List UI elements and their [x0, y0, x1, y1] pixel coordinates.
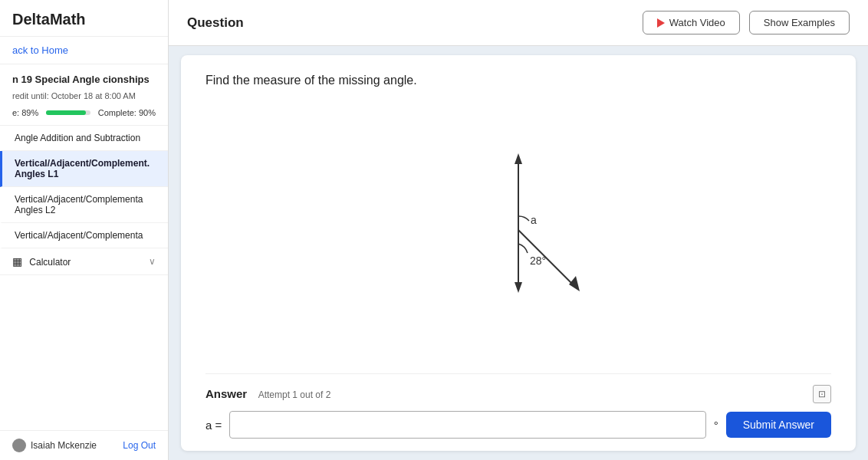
play-icon — [657, 18, 665, 28]
svg-marker-3 — [569, 276, 580, 291]
user-info: Isaiah Mckenzie — [12, 439, 97, 452]
attempt-label: Attempt 1 out of 2 — [258, 389, 331, 400]
app-logo: DeltaMath — [0, 0, 168, 37]
sidebar-item-vertical-l2[interactable]: Vertical/Adjacent/Complementa Angles L2 — [0, 187, 168, 223]
answer-equals: a = — [205, 419, 222, 432]
user-avatar-icon — [12, 439, 26, 452]
show-examples-button[interactable]: Show Examples — [749, 11, 850, 34]
progress-complete-label: Complete: 90% — [98, 108, 156, 117]
sidebar-item-label: Vertical/Adjacent/Complementa Angles L2 — [15, 194, 143, 215]
svg-line-2 — [518, 230, 576, 288]
diagram-area: a 28° — [205, 101, 831, 366]
svg-text:28°: 28° — [530, 255, 546, 267]
submit-answer-button[interactable]: Submit Answer — [726, 412, 831, 438]
svg-marker-1 — [515, 153, 522, 164]
back-to-home-link[interactable]: ack to Home — [0, 37, 168, 64]
show-examples-label: Show Examples — [764, 17, 835, 28]
expand-button[interactable]: ⊡ — [813, 385, 831, 403]
sidebar-item-label: Vertical/Adjacent/Complement. Angles L1 — [15, 158, 150, 179]
answer-label: Answer — [205, 387, 247, 400]
calculator-icon: ▦ — [12, 255, 22, 268]
calculator-chevron-icon: ∨ — [149, 256, 156, 267]
logout-link[interactable]: Log Out — [123, 440, 156, 451]
credit-until: redit until: October 18 at 8:00 AM — [0, 90, 168, 105]
svg-text:a: a — [531, 214, 537, 226]
sidebar-item-label: Vertical/Adjacent/Complementa — [15, 230, 143, 241]
sidebar-item-vertical-l3[interactable]: Vertical/Adjacent/Complementa — [0, 223, 168, 248]
progress-bar-row: e: 89% Complete: 90% — [0, 105, 168, 126]
header-buttons: Watch Video Show Examples — [643, 11, 850, 34]
sidebar-footer: Isaiah Mckenzie Log Out — [0, 430, 168, 460]
sidebar-item-label: Angle Addition and Subtraction — [15, 133, 140, 143]
watch-video-label: Watch Video — [669, 17, 725, 28]
progress-bar-fill — [46, 110, 86, 115]
main-area: Question Watch Video Show Examples Find … — [169, 0, 868, 460]
user-name: Isaiah Mckenzie — [31, 440, 97, 451]
page-title: Question — [187, 15, 244, 31]
answer-section: Answer Attempt 1 out of 2 ⊡ a = ° Submit… — [205, 373, 831, 439]
answer-label-row: Answer Attempt 1 out of 2 ⊡ — [205, 385, 831, 403]
answer-input-row: a = ° Submit Answer — [205, 411, 831, 439]
calculator-label: Calculator — [29, 257, 71, 268]
answer-heading: Answer Attempt 1 out of 2 — [205, 387, 330, 401]
sidebar: DeltaMath ack to Home n 19 Special Angle… — [0, 0, 169, 460]
degree-symbol: ° — [714, 419, 718, 432]
question-text: Find the measure of the missing angle. — [205, 74, 831, 87]
submit-label: Submit Answer — [743, 419, 814, 431]
sidebar-item-vertical-l1[interactable]: Vertical/Adjacent/Complement. Angles L1 — [0, 151, 168, 187]
section-title: n 19 Special Angle cionships — [0, 64, 168, 90]
watch-video-button[interactable]: Watch Video — [643, 11, 740, 34]
svg-marker-5 — [515, 282, 522, 293]
angle-diagram: a 28° — [434, 146, 603, 322]
content-card: Find the measure of the missing angle. — [181, 55, 856, 451]
sidebar-item-angle-addition[interactable]: Angle Addition and Subtraction — [0, 126, 168, 151]
progress-score-label: e: 89% — [12, 108, 38, 117]
answer-input[interactable] — [229, 411, 705, 439]
page-header: Question Watch Video Show Examples — [169, 0, 868, 46]
progress-bar-background — [46, 110, 90, 115]
calculator-toggle[interactable]: ▦ Calculator ∨ — [0, 248, 168, 275]
